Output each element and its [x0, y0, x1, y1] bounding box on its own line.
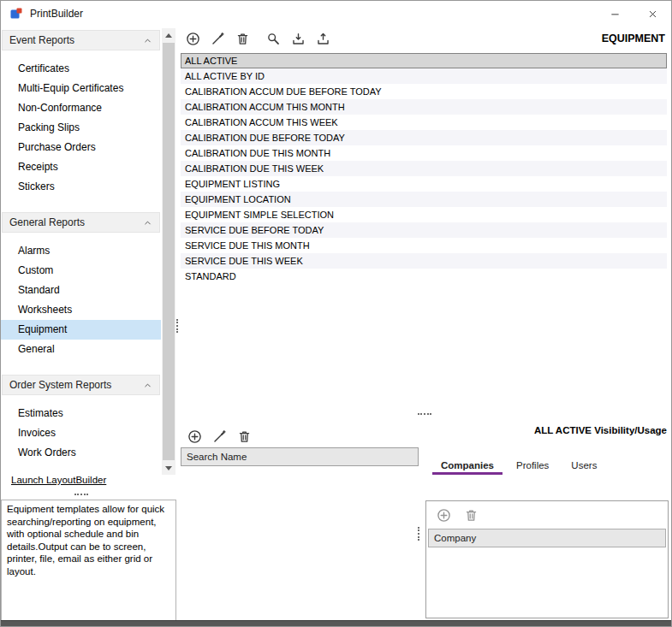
- minimize-icon: [610, 9, 620, 19]
- import-icon[interactable]: [289, 30, 306, 47]
- companies-toolbar: [426, 501, 668, 529]
- tab[interactable]: Companies: [432, 457, 503, 475]
- template-row[interactable]: CALIBRATION ACCUM THIS WEEK: [181, 115, 667, 130]
- company-column-header[interactable]: Company: [428, 529, 666, 547]
- visibility-heading: ALL ACTIVE Visibility/Usage: [425, 425, 669, 435]
- sidebar-item[interactable]: Invoices: [1, 423, 161, 443]
- equipment-heading: EQUIPMENT: [602, 33, 667, 44]
- template-row[interactable]: CALIBRATION DUE THIS WEEK: [181, 161, 667, 176]
- template-list: ALL ACTIVEALL ACTIVE BY IDCALIBRATION AC…: [181, 53, 667, 284]
- sidebar-item[interactable]: Multi-Equip Certificates: [1, 79, 161, 98]
- section-label: Order System Reports: [9, 379, 143, 391]
- add-circle-icon[interactable]: [186, 428, 203, 445]
- template-row[interactable]: ALL ACTIVE: [181, 53, 667, 68]
- section-header-general-reports[interactable]: General Reports: [2, 212, 160, 233]
- event-reports-list: CertificatesMulti-Equip CertificatesNon-…: [1, 59, 161, 197]
- section-label: General Reports: [9, 216, 143, 228]
- search-panel: Search Name: [181, 425, 419, 620]
- trash-icon[interactable]: [235, 428, 253, 445]
- scroll-down-icon[interactable]: [162, 461, 175, 475]
- visibility-panel: ALL ACTIVE Visibility/Usage CompaniesPro…: [425, 425, 669, 620]
- wand-icon[interactable]: [209, 30, 226, 47]
- sidebar-item[interactable]: Certificates: [1, 59, 161, 79]
- template-row[interactable]: STANDARD: [181, 269, 667, 284]
- export-icon[interactable]: [314, 30, 331, 47]
- window-bottom-edge: [1, 620, 671, 626]
- template-row[interactable]: CALIBRATION ACCUM DUE BEFORE TODAY: [181, 84, 667, 99]
- scroll-up-icon[interactable]: [162, 28, 175, 42]
- visibility-tabs: CompaniesProfilesUsers: [432, 457, 669, 475]
- chevron-up-icon: [143, 381, 152, 390]
- sidebar: Event Reports CertificatesMulti-Equip Ce…: [1, 27, 177, 620]
- search-icon[interactable]: [265, 30, 282, 47]
- chevron-up-icon: [143, 36, 152, 45]
- sidebar-item[interactable]: Work Orders: [1, 443, 161, 463]
- sidebar-item[interactable]: Alarms: [1, 241, 161, 261]
- sidebar-item[interactable]: General: [1, 340, 161, 359]
- template-row[interactable]: CALIBRATION ACCUM THIS MONTH: [181, 99, 667, 115]
- horizontal-splitter-grip[interactable]: [418, 413, 431, 415]
- sidebar-item[interactable]: Stickers: [1, 177, 161, 197]
- trash-icon[interactable]: [462, 506, 479, 523]
- template-row[interactable]: SERVICE DUE THIS WEEK: [181, 253, 667, 269]
- sidebar-item[interactable]: Non-Conformance: [1, 98, 161, 118]
- template-row[interactable]: CALIBRATION DUE BEFORE TODAY: [181, 130, 667, 145]
- add-circle-icon[interactable]: [435, 506, 452, 523]
- tab[interactable]: Profiles: [508, 457, 557, 475]
- sidebar-item[interactable]: Custom: [1, 261, 161, 281]
- sidebar-item[interactable]: Purchase Orders: [1, 138, 161, 157]
- scrollbar-thumb[interactable]: [163, 43, 175, 460]
- section-header-event-reports[interactable]: Event Reports: [2, 30, 160, 50]
- titlebar: PrintBuilder: [1, 1, 671, 27]
- app-icon: [9, 7, 23, 21]
- close-icon: [648, 9, 657, 19]
- search-panel-toolbar: [181, 425, 419, 447]
- templates-toolbar: EQUIPMENT: [179, 27, 670, 50]
- search-name-column-header[interactable]: Search Name: [181, 447, 419, 466]
- main-area: EQUIPMENT ALL ACTIVEALL ACTIVE BY IDCALI…: [179, 27, 670, 620]
- sidebar-item[interactable]: Worksheets: [1, 300, 161, 320]
- template-row[interactable]: EQUIPMENT LISTING: [181, 176, 667, 192]
- launch-layoutbuilder-link[interactable]: Launch LayoutBuilder: [11, 475, 106, 485]
- order-system-reports-list: EstimatesInvoicesWork Orders: [1, 404, 161, 463]
- section-label: Event Reports: [9, 34, 143, 46]
- wand-icon[interactable]: [211, 428, 228, 445]
- template-row[interactable]: SERVICE DUE THIS MONTH: [181, 238, 667, 253]
- sidebar-item[interactable]: Receipts: [1, 157, 161, 177]
- template-row[interactable]: CALIBRATION DUE THIS MONTH: [181, 145, 667, 161]
- window-controls: [596, 1, 671, 27]
- general-reports-list: AlarmsCustomStandardWorksheetsEquipmentG…: [1, 241, 161, 359]
- template-row[interactable]: EQUIPMENT SIMPLE SELECTION: [181, 207, 667, 222]
- close-button[interactable]: [633, 1, 671, 27]
- tab[interactable]: Users: [562, 457, 605, 475]
- sidebar-item[interactable]: Equipment: [1, 320, 161, 340]
- sidebar-main-splitter-grip[interactable]: [176, 319, 178, 333]
- sidebar-splitter-grip[interactable]: [74, 494, 88, 495]
- sidebar-scrollbar[interactable]: [162, 28, 175, 475]
- companies-panel: Company: [425, 500, 669, 618]
- trash-icon[interactable]: [234, 30, 251, 47]
- sidebar-item[interactable]: Standard: [1, 281, 161, 300]
- sidebar-item[interactable]: Packing Slips: [1, 118, 161, 138]
- chevron-up-icon: [143, 218, 152, 228]
- template-description: Equipment templates allow for quick sear…: [1, 500, 176, 621]
- section-header-order-system-reports[interactable]: Order System Reports: [2, 375, 160, 395]
- template-row[interactable]: SERVICE DUE BEFORE TODAY: [181, 222, 667, 238]
- minimize-button[interactable]: [596, 1, 633, 27]
- template-row[interactable]: EQUIPMENT LOCATION: [181, 192, 667, 207]
- add-circle-icon[interactable]: [184, 30, 201, 47]
- template-row[interactable]: ALL ACTIVE BY ID: [181, 68, 667, 84]
- sidebar-item[interactable]: Estimates: [1, 404, 161, 423]
- printbuilder-window: PrintBuilder Event Reports CertificatesM…: [0, 0, 672, 627]
- bottom-panels-splitter-grip[interactable]: [418, 527, 419, 541]
- window-title: PrintBuilder: [30, 8, 83, 20]
